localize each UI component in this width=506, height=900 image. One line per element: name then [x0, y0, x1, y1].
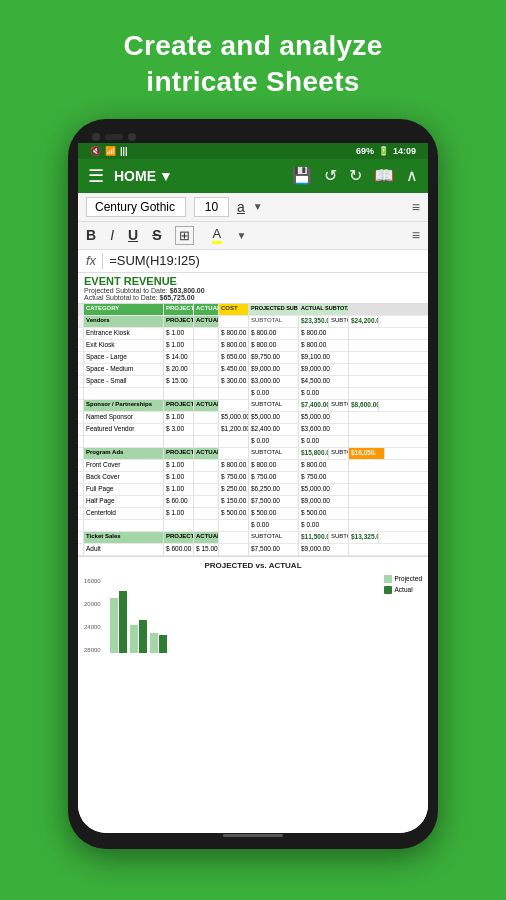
up-icon[interactable]: ∧ — [406, 166, 418, 185]
battery-icon: 🔋 — [378, 146, 389, 156]
camera-area — [92, 133, 136, 141]
status-right-icons: 69% 🔋 14:09 — [356, 146, 416, 156]
vendors-actual-sub: $24,200.00 — [349, 316, 379, 327]
y-label-2: 20000 — [84, 601, 107, 607]
highlight-dropdown[interactable]: ▼ — [236, 230, 246, 241]
signal-icon: ||| — [120, 146, 128, 156]
font-toolbar: Century Gothic 10 a ▼ ≡ — [78, 193, 428, 222]
bar-group-1 — [110, 591, 127, 653]
table-row: $ 0.00 $ 0.00 — [78, 388, 428, 400]
bar-projected-1 — [110, 598, 118, 653]
table-row: Full Page $ 1.00 $ 250.00 $6,250.00 $5,0… — [78, 484, 428, 496]
home-dropdown[interactable]: HOME ▼ — [114, 168, 173, 184]
status-bar: 🔇 📶 ||| 69% 🔋 14:09 — [78, 143, 428, 159]
book-icon[interactable]: 📖 — [374, 166, 394, 185]
bar-group-2 — [130, 620, 147, 653]
bold-button[interactable]: B — [86, 227, 96, 243]
home-label-text: HOME — [114, 168, 156, 184]
bar-actual-1 — [119, 591, 127, 653]
vendors-proj-sub: $23,350.00 — [299, 316, 329, 327]
chart-title: PROJECTED vs. ACTUAL — [84, 561, 422, 570]
cost-header: COST — [219, 304, 249, 315]
actual-subtotal-header: ACTUAL SUBTOTAL — [299, 304, 349, 315]
font-name-box[interactable]: Century Gothic — [86, 197, 186, 217]
vendors-proj: PROJECTED — [164, 316, 194, 327]
projected-header: PROJECTED — [164, 304, 194, 315]
category-header: CATEGORY — [84, 304, 164, 315]
chart-legend: Projected Actual — [384, 573, 422, 594]
proj-subtotal-header: PROJECTED SUBTOTAL — [249, 304, 299, 315]
sheet-title-area: EVENT REVENUE Projected Subtotal to Date… — [78, 273, 428, 304]
vendors-actual-sub-label: SUBTOTAL — [329, 316, 349, 327]
table-row: Space - Large $ 14.00 $ 650.00 $9,750.00… — [78, 352, 428, 364]
bar-projected-3 — [150, 633, 158, 653]
menu-icon[interactable]: ☰ — [88, 165, 104, 187]
app-toolbar: ☰ HOME ▼ 💾 ↺ ↻ 📖 ∧ — [78, 159, 428, 193]
chart-area: PROJECTED vs. ACTUAL 28000 24000 20000 1… — [78, 556, 428, 653]
formula-divider — [102, 253, 103, 269]
table-row: Half Page $ 60.00 $ 150.00 $7,500.00 $9,… — [78, 496, 428, 508]
table-row: Exit Kiosk $ 1.00 $ 800.00 $ 800.00 $ 80… — [78, 340, 428, 352]
underline-button[interactable]: U — [128, 227, 138, 243]
save-icon[interactable]: 💾 — [292, 166, 312, 185]
legend-actual: Actual — [384, 586, 422, 594]
y-label-4: 28000 — [84, 647, 107, 653]
formula-content[interactable]: =SUM(H19:I25) — [109, 253, 200, 268]
bar-actual-3 — [159, 635, 167, 653]
legend-actual-color — [384, 586, 392, 594]
toolbar-right-icons: 💾 ↺ ↻ 📖 ∧ — [292, 166, 418, 185]
table-row: $ 0.00 $ 0.00 — [78, 436, 428, 448]
table-row: Adult $ 600.00 $ 15.00 $7,500.00 $9,000.… — [78, 544, 428, 556]
ticket-sales-header-row: Ticket Sales PROJECTED ACTUAL SUBTOTAL $… — [78, 532, 428, 544]
vendors-sub-label: SUBTOTAL — [249, 316, 299, 327]
strikethrough-button[interactable]: S — [152, 227, 161, 243]
more-format-icon[interactable]: ≡ — [412, 227, 420, 243]
bar-group-3 — [150, 633, 167, 653]
actual-subtotal-line: Actual Subtotal to Date: $65,725.00 — [84, 294, 422, 301]
vendors-actual: ACTUAL — [194, 316, 219, 327]
legend-projected: Projected — [384, 575, 422, 583]
chart-y-labels: 28000 24000 20000 16000 — [84, 578, 109, 653]
program-ads-header-row: Program Ads PROJECTED ACTUAL SUBTOTAL $1… — [78, 448, 428, 460]
bar-projected-2 — [130, 625, 138, 653]
phone-bottom-bar — [78, 833, 428, 839]
table-row: Named Sponsor $ 1.00 $5,000.00 $5,000.00… — [78, 412, 428, 424]
camera-dot-2 — [128, 133, 136, 141]
camera-dot-1 — [92, 133, 100, 141]
underline-a-button[interactable]: a — [237, 199, 245, 215]
format-toolbar: B I U S ⊞ A ▼ ≡ — [78, 222, 428, 250]
legend-projected-label: Projected — [395, 575, 422, 582]
vendors-header-row: Vendors PROJECTED ACTUAL SUBTOTAL $23,35… — [78, 316, 428, 328]
formula-bar: fx =SUM(H19:I25) — [78, 250, 428, 273]
undo-icon[interactable]: ↺ — [324, 166, 337, 185]
chart-container: 28000 24000 20000 16000 — [84, 573, 422, 653]
status-left-icons: 🔇 📶 ||| — [90, 146, 128, 156]
table-row: Space - Medium $ 20.00 $ 450.00 $9,000.0… — [78, 364, 428, 376]
table-row: Featured Vendor $ 3.00 $1,200.00 $2,400.… — [78, 424, 428, 436]
dropdown-arrow: ▼ — [159, 168, 173, 184]
projected-subtotal-line: Projected Subtotal to Date: $63,800.00 — [84, 287, 422, 294]
table-row: $ 0.00 $ 0.00 — [78, 520, 428, 532]
legend-projected-color — [384, 575, 392, 583]
table-row: Front Cover $ 1.00 $ 800.00 $ 800.00 $ 8… — [78, 460, 428, 472]
phone-screen: 🔇 📶 ||| 69% 🔋 14:09 ☰ HOME ▼ 💾 ↺ ↻ 📖 — [78, 143, 428, 833]
italic-button[interactable]: I — [110, 227, 114, 243]
phone-mockup: 🔇 📶 ||| 69% 🔋 14:09 ☰ HOME ▼ 💾 ↺ ↻ 📖 — [68, 119, 438, 849]
home-indicator — [223, 834, 283, 837]
sponsor-header-row: Sponsor / Partnerships PROJECTED ACTUAL … — [78, 400, 428, 412]
align-icon[interactable]: ≡ — [412, 199, 420, 215]
spreadsheet[interactable]: EVENT REVENUE Projected Subtotal to Date… — [78, 273, 428, 833]
highlight-button[interactable]: A — [212, 226, 222, 244]
borders-button[interactable]: ⊞ — [175, 226, 194, 245]
header-title: Create and analyze intricate Sheets — [123, 28, 382, 101]
vendors-cost-blank — [219, 316, 249, 327]
vendors-label: Vendors — [84, 316, 164, 327]
text-color-dropdown[interactable]: ▼ — [253, 201, 263, 212]
battery-pct: 69% — [356, 146, 374, 156]
redo-icon[interactable]: ↻ — [349, 166, 362, 185]
row-name: Entrance Kiosk — [84, 328, 164, 339]
table-row: Space - Small $ 15.00 $ 300.00 $3,000.00… — [78, 376, 428, 388]
table-row: Entrance Kiosk $ 1.00 $ 800.00 $ 800.00 … — [78, 328, 428, 340]
font-size-box[interactable]: 10 — [194, 197, 229, 217]
header-section: Create and analyze intricate Sheets — [93, 0, 412, 101]
